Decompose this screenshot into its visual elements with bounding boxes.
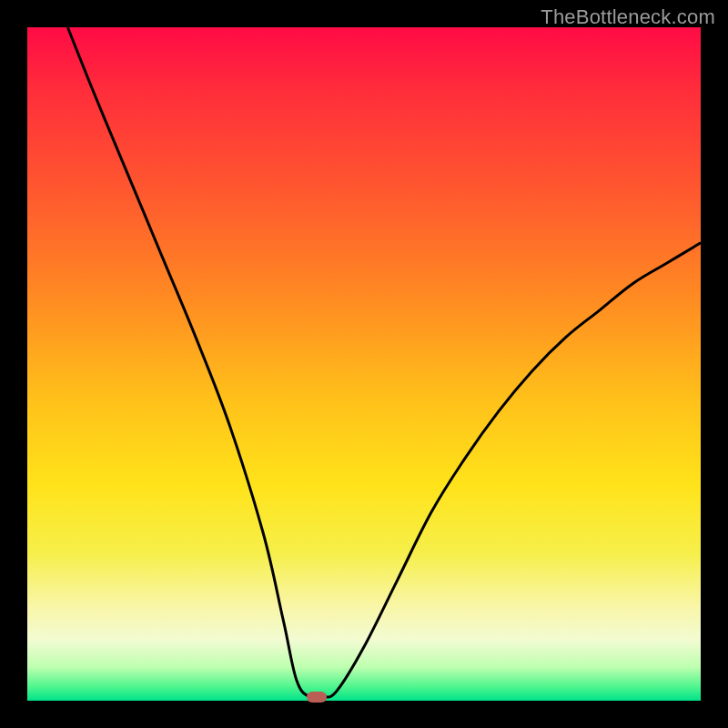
plot-area (27, 27, 701, 701)
curve-path (67, 27, 701, 699)
watermark-text: TheBottleneck.com (541, 5, 715, 29)
bottleneck-curve (27, 27, 701, 701)
chart-frame: TheBottleneck.com (0, 0, 728, 728)
optimum-marker (307, 692, 327, 703)
